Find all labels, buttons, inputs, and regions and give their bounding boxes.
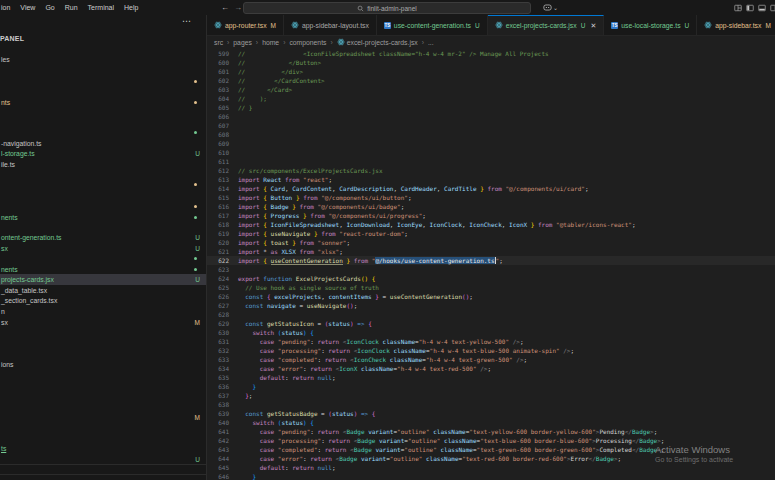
code-line-628[interactable]: 628 bbox=[207, 310, 775, 319]
tab-app-sidebar.tsx[interactable]: app-sidebar.tsxM bbox=[697, 15, 775, 35]
code-line-636[interactable]: 636 } bbox=[207, 382, 775, 391]
explorer-item-l-storage.ts[interactable]: l-storage.tsU bbox=[0, 148, 206, 159]
explorer-section-header[interactable]: PANEL bbox=[0, 35, 24, 42]
code-line-599[interactable]: 599// <IconFileSpreadsheet className="h-… bbox=[207, 49, 775, 58]
code-line-624[interactable]: 624export function ExcelProjectsCards() … bbox=[207, 274, 775, 283]
copilot-menu[interactable]: ⌄ bbox=[543, 2, 558, 13]
file-label: _section_cards.tsx bbox=[1, 297, 57, 304]
code-line-610[interactable]: 610 bbox=[207, 148, 775, 157]
code-line-638[interactable]: 638 bbox=[207, 400, 775, 409]
code-line-637[interactable]: 637 }; bbox=[207, 391, 775, 400]
tab-use-content-generation.ts[interactable]: TSuse-content-generation.tsU bbox=[377, 15, 488, 35]
forward-arrow-icon[interactable]: → bbox=[234, 3, 242, 12]
tab-excel-projects-cards.jsx[interactable]: excel-projects-cards.jsxU✕ bbox=[488, 15, 605, 36]
code-line-611[interactable]: 611 bbox=[207, 157, 775, 166]
code-line-601[interactable]: 601// </div> bbox=[207, 67, 775, 76]
tab-app-sidebar-layout.tsx[interactable]: app-sidebar-layout.tsx bbox=[284, 15, 377, 35]
code-line-642[interactable]: 642 case "processing": return <Badge var… bbox=[207, 436, 775, 445]
code-line-615[interactable]: 615import { Button } from "@/components/… bbox=[207, 193, 775, 202]
explorer-item[interactable] bbox=[0, 253, 206, 264]
code-line-630[interactable]: 630 switch (status) { bbox=[207, 328, 775, 337]
explorer-item-projects-cards.jsx[interactable]: projects-cards.jsxU bbox=[0, 274, 206, 285]
code-line-604[interactable]: 604// ); bbox=[207, 94, 775, 103]
toggle-primary-sidebar-icon[interactable] bbox=[746, 4, 754, 12]
code-line-618[interactable]: 618import { IconFileSpreadsheet, IconDow… bbox=[207, 220, 775, 229]
code-line-607[interactable]: 607 bbox=[207, 121, 775, 130]
code-line-627[interactable]: 627 const navigate = useNavigate(); bbox=[207, 301, 775, 310]
toggle-panel-icon[interactable] bbox=[758, 4, 766, 12]
code-line-640[interactable]: 640 switch (status) { bbox=[207, 418, 775, 427]
code-line-605[interactable]: 605// } bbox=[207, 103, 775, 112]
customize-layout-icon[interactable] bbox=[734, 4, 742, 12]
explorer-item[interactable] bbox=[0, 76, 206, 87]
code-editor[interactable]: 599// <IconFileSpreadsheet className="h-… bbox=[207, 49, 775, 480]
code-line-620[interactable]: 620import { toast } from "sonner"; bbox=[207, 238, 775, 247]
explorer-item-les[interactable]: les bbox=[0, 54, 206, 65]
code-line-602[interactable]: 602// </CardContent> bbox=[207, 76, 775, 85]
code-text: switch (status) { bbox=[238, 328, 314, 337]
menu-item-terminal[interactable]: Terminal bbox=[83, 4, 119, 11]
code-line-608[interactable]: 608 bbox=[207, 130, 775, 139]
code-line-632[interactable]: 632 case "processing": return <IconClock… bbox=[207, 346, 775, 355]
code-line-600[interactable]: 600// </Button> bbox=[207, 58, 775, 67]
menu-item-run[interactable]: Run bbox=[60, 4, 83, 11]
code-line-616[interactable]: 616import { Badge } from "@/components/u… bbox=[207, 202, 775, 211]
code-line-612[interactable]: 612// src/components/ExcelProjectsCards.… bbox=[207, 166, 775, 175]
more-actions-icon[interactable]: ⋯ bbox=[182, 16, 192, 26]
menu-item-help[interactable]: Help bbox=[119, 4, 143, 11]
explorer-item-ile.ts[interactable]: ile.ts bbox=[0, 159, 206, 170]
code-line-631[interactable]: 631 case "pending": return <IconClock cl… bbox=[207, 337, 775, 346]
git-status-dot-icon bbox=[194, 80, 197, 83]
code-line-613[interactable]: 613import React from "react"; bbox=[207, 175, 775, 184]
breadcrumb-item-src[interactable]: src bbox=[214, 39, 223, 46]
code-line-639[interactable]: 639 const getStatusBadge = (status) => { bbox=[207, 409, 775, 418]
code-line-622[interactable]: 622import { useContentGeneration } from … bbox=[207, 256, 775, 265]
explorer-item[interactable] bbox=[0, 201, 206, 212]
breadcrumb-item-home[interactable]: home bbox=[262, 39, 279, 46]
code-line-617[interactable]: 617import { Progress } from "@/component… bbox=[207, 211, 775, 220]
menu-item-go[interactable]: Go bbox=[40, 4, 59, 11]
explorer-item-nts[interactable]: nts bbox=[0, 97, 206, 108]
toggle-secondary-sidebar-icon[interactable] bbox=[770, 4, 775, 12]
code-line-614[interactable]: 614import { Card, CardContent, CardDescr… bbox=[207, 184, 775, 193]
code-line-626[interactable]: 626 const { excelProjects, contentItems … bbox=[207, 292, 775, 301]
tab-use-local-storage.ts[interactable]: TSuse-local-storage.tsU bbox=[604, 15, 697, 35]
code-line-609[interactable]: 609 bbox=[207, 139, 775, 148]
explorer-item[interactable] bbox=[0, 179, 206, 190]
close-icon[interactable]: ✕ bbox=[590, 22, 596, 29]
menu-item-view[interactable]: View bbox=[15, 4, 40, 11]
explorer-item[interactable]: M bbox=[0, 412, 206, 423]
code-line-621[interactable]: 621import * as XLSX from "xlsx"; bbox=[207, 247, 775, 256]
breadcrumb-item-components[interactable]: components bbox=[289, 39, 326, 46]
code-line-625[interactable]: 625 // Use hook as single source of trut… bbox=[207, 283, 775, 292]
menu-item-ion[interactable]: ion bbox=[0, 4, 15, 11]
breadcrumb-item-...[interactable]: ... bbox=[428, 39, 434, 46]
command-center-search[interactable]: finlit-admin-panel bbox=[243, 2, 531, 14]
code-line-603[interactable]: 603// </Card> bbox=[207, 85, 775, 94]
code-line-623[interactable]: 623 bbox=[207, 265, 775, 274]
tab-app-router.tsx[interactable]: app-router.tsxM bbox=[207, 15, 284, 35]
code-line-643[interactable]: 643 case "completed": return <Badge vari… bbox=[207, 445, 775, 454]
back-arrow-icon[interactable]: ← bbox=[221, 3, 229, 12]
explorer-item[interactable] bbox=[0, 127, 206, 138]
explorer-item-nents[interactable]: nents bbox=[0, 212, 206, 223]
breadcrumb-item-pages[interactable]: pages bbox=[233, 39, 252, 46]
explorer-item-n[interactable]: n bbox=[0, 306, 206, 317]
code-line-646[interactable]: 646 } bbox=[207, 472, 775, 480]
code-line-606[interactable]: 606 bbox=[207, 112, 775, 121]
explorer-item-sx[interactable]: sxM bbox=[0, 317, 206, 328]
code-line-634[interactable]: 634 case "error": return <IconX classNam… bbox=[207, 364, 775, 373]
code-line-629[interactable]: 629 const getStatusIcon = (status) => { bbox=[207, 319, 775, 328]
code-line-644[interactable]: 644 case "error": return <Badge variant=… bbox=[207, 454, 775, 463]
code-line-635[interactable]: 635 default: return null; bbox=[207, 373, 775, 382]
explorer-item-_section_cards.tsx[interactable]: _section_cards.tsx bbox=[0, 295, 206, 306]
code-line-633[interactable]: 633 case "completed": return <IconCheck … bbox=[207, 355, 775, 364]
breadcrumb-item-excel-projects-cards.jsx[interactable]: excel-projects-cards.jsx bbox=[337, 38, 418, 47]
explorer-item-ions[interactable]: ions bbox=[0, 359, 206, 370]
tab-label: use-local-storage.ts bbox=[621, 22, 680, 29]
code-line-641[interactable]: 641 case "pending": return <Badge varian… bbox=[207, 427, 775, 436]
explorer-item-ontent-generation.ts[interactable]: ontent-generation.tsU bbox=[0, 232, 206, 243]
code-line-645[interactable]: 645 default: return null; bbox=[207, 463, 775, 472]
explorer-item-ts[interactable]: ts bbox=[0, 443, 206, 454]
code-line-619[interactable]: 619import { useNavigate } from "react-ro… bbox=[207, 229, 775, 238]
